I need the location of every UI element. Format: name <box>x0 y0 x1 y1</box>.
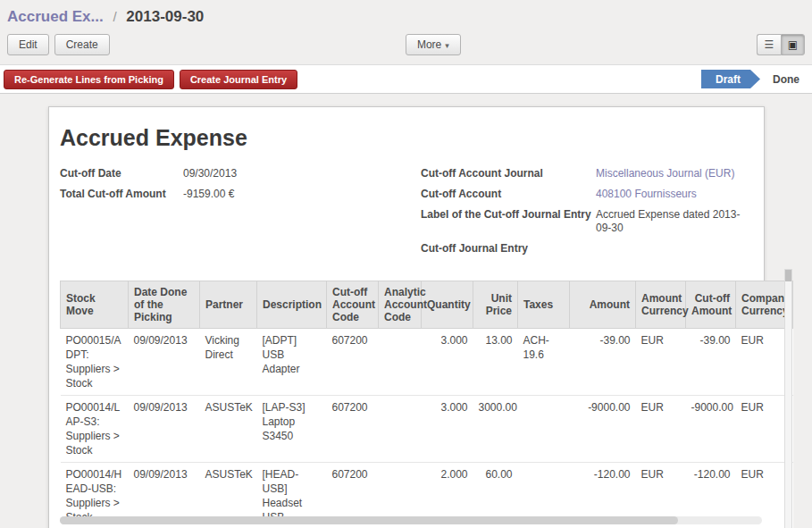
form-sheet: Accrued Expense Cut-off Date 09/30/2013 … <box>48 106 765 528</box>
status-draft[interactable]: Draft <box>701 70 760 88</box>
column-header-description[interactable]: Description <box>257 281 327 329</box>
table-cell: 3.000 <box>422 329 473 396</box>
table-row[interactable]: PO00014/LAP-S3: Suppliers > Stock09/09/2… <box>61 396 793 463</box>
column-header-partner[interactable]: Partner <box>200 281 257 329</box>
form-view-button[interactable]: ▣ <box>781 34 805 55</box>
list-view-button[interactable]: ☰ <box>757 34 781 55</box>
view-switcher: ☰ ▣ <box>757 34 805 55</box>
table-cell <box>379 329 422 396</box>
cutoff-lines-area: Stock MoveDate Done of the PickingPartne… <box>60 281 792 528</box>
column-header-stock-move[interactable]: Stock Move <box>61 281 129 329</box>
table-cell: [LAP-S3] Laptop S3450 <box>257 396 327 463</box>
table-cell: ASUSTeK <box>200 396 257 463</box>
table-cell: ACH-19.6 <box>518 329 570 396</box>
column-header-cut-off-amount[interactable]: Cut-off Amount <box>686 281 736 329</box>
table-cell: [ADPT] USB Adapter <box>257 329 327 396</box>
create-button[interactable]: Create <box>54 34 110 55</box>
column-header-amount-currency[interactable]: Amount Currency <box>636 281 686 329</box>
status-done[interactable]: Done <box>760 70 812 88</box>
vertical-scrollbar-thumb[interactable] <box>785 270 791 281</box>
table-cell: -9000.00 <box>686 396 736 463</box>
chevron-down-icon: ▾ <box>445 41 449 50</box>
column-header-date-done-of-the-picking[interactable]: Date Done of the Picking <box>129 281 200 329</box>
page-title: Accrued Expense <box>60 125 753 151</box>
field-columns: Cut-off Date 09/30/2013 Total Cut-off Am… <box>60 167 753 263</box>
column-header-analytic-account-code[interactable]: Analytic Account Code <box>379 281 422 329</box>
horizontal-scrollbar[interactable] <box>60 516 762 524</box>
column-header-amount[interactable]: Amount <box>570 281 636 329</box>
form-icon: ▣ <box>788 38 798 51</box>
main-content: Accrued Expense Cut-off Date 09/30/2013 … <box>0 94 812 528</box>
statusbar: Draft Done <box>701 70 812 88</box>
field-row-journal-entry-label: Label of the Cut-off Journal Entry Accru… <box>421 208 753 235</box>
total-cutoff-amount-label: Total Cut-off Amount <box>60 188 183 201</box>
table-cell: 3000.00 <box>473 396 518 463</box>
table-row[interactable]: PO00015/ADPT: Suppliers > Stock09/09/201… <box>61 329 793 396</box>
regenerate-lines-button[interactable]: Re-Generate Lines from Picking <box>4 70 174 89</box>
cutoff-account-label: Cut-off Account <box>421 188 596 201</box>
cutoff-date-label: Cut-off Date <box>60 167 183 180</box>
column-header-taxes[interactable]: Taxes <box>518 281 570 329</box>
table-cell: 09/09/2013 <box>129 396 200 463</box>
column-header-unit-price[interactable]: Unit Price <box>473 281 518 329</box>
cutoff-account-journal-value[interactable]: Miscellaneous Journal (EUR) <box>596 167 734 180</box>
table-cell: 09/09/2013 <box>129 329 200 396</box>
table-header-row: Stock MoveDate Done of the PickingPartne… <box>61 281 793 329</box>
breadcrumb-current: 2013-09-30 <box>126 8 204 25</box>
field-row-cutoff-account: Cut-off Account 408100 Fournisseurs <box>421 188 753 201</box>
journal-entry-label-label: Label of the Cut-off Journal Entry <box>421 208 596 235</box>
vertical-scrollbar[interactable] <box>784 269 792 528</box>
field-group-left: Cut-off Date 09/30/2013 Total Cut-off Am… <box>60 167 421 263</box>
more-button[interactable]: More▾ <box>406 34 461 55</box>
cutoff-lines-table: Stock MoveDate Done of the PickingPartne… <box>60 281 793 528</box>
more-button-label: More <box>417 38 441 51</box>
table-cell: EUR <box>636 396 686 463</box>
table-cell: -39.00 <box>686 329 736 396</box>
field-row-cutoff-account-journal: Cut-off Account Journal Miscellaneous Jo… <box>421 167 753 180</box>
table-cell: PO00015/ADPT: Suppliers > Stock <box>61 329 129 396</box>
column-header-quantity[interactable]: Quantity <box>422 281 473 329</box>
cutoff-account-value[interactable]: 408100 Fournisseurs <box>596 188 697 201</box>
cutoff-account-journal-label: Cut-off Account Journal <box>421 167 596 180</box>
horizontal-scrollbar-thumb[interactable] <box>60 516 678 524</box>
table-cell <box>379 396 422 463</box>
edit-button[interactable]: Edit <box>7 34 49 55</box>
table-cell: 607200 <box>327 329 379 396</box>
table-cell: PO00014/LAP-S3: Suppliers > Stock <box>61 396 129 463</box>
field-group-right: Cut-off Account Journal Miscellaneous Jo… <box>421 167 753 263</box>
journal-entry-label-value[interactable]: Accrued Expense dated 2013-09-30 <box>596 208 752 235</box>
toolbar: Edit Create More▾ ☰ ▣ <box>0 31 812 64</box>
field-row-cutoff-date: Cut-off Date 09/30/2013 <box>60 167 421 180</box>
cutoff-journal-entry-label: Cut-off Journal Entry <box>421 242 596 256</box>
table-cell <box>518 396 570 463</box>
create-journal-entry-button[interactable]: Create Journal Entry <box>180 70 297 89</box>
total-cutoff-amount-value: -9159.00 € <box>183 188 234 201</box>
breadcrumb: Accrued Ex... / 2013-09-30 <box>0 0 812 31</box>
table-cell: 607200 <box>327 396 379 463</box>
list-icon: ☰ <box>765 38 774 51</box>
table-cell: Vicking Direct <box>200 329 257 396</box>
breadcrumb-parent-link[interactable]: Accrued Ex... <box>7 8 104 25</box>
table-cell: -9000.00 <box>570 396 636 463</box>
cutoff-date-value[interactable]: 09/30/2013 <box>183 167 237 180</box>
column-header-cut-off-account-code[interactable]: Cut-off Account Code <box>327 281 379 329</box>
table-cell: -39.00 <box>570 329 636 396</box>
app-window: Accrued Ex... / 2013-09-30 Edit Create M… <box>0 0 812 528</box>
table-cell: EUR <box>636 329 686 396</box>
action-bar: Re-Generate Lines from Picking Create Jo… <box>0 64 812 94</box>
breadcrumb-separator: / <box>113 9 116 24</box>
field-row-total-cutoff-amount: Total Cut-off Amount -9159.00 € <box>60 188 421 201</box>
table-cell: 3.000 <box>422 396 473 463</box>
table-cell: 13.00 <box>473 329 518 396</box>
field-row-cutoff-journal-entry: Cut-off Journal Entry <box>421 242 753 256</box>
